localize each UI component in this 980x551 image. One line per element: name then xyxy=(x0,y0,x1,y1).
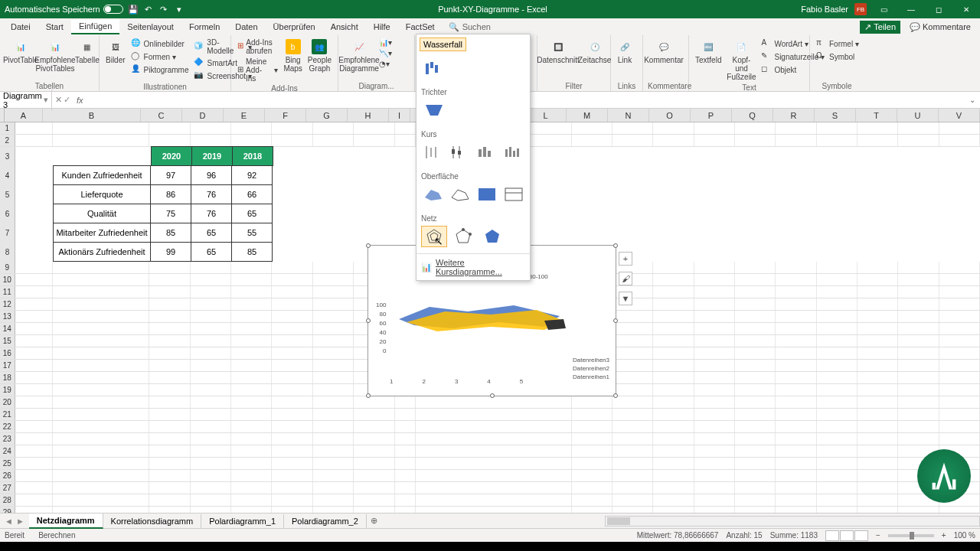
column-header[interactable]: F xyxy=(265,109,306,122)
column-header[interactable]: Q xyxy=(732,109,773,122)
column-header[interactable]: H xyxy=(348,109,389,122)
menu-factset[interactable]: FactSet xyxy=(398,20,443,34)
column-header[interactable]: T xyxy=(856,109,897,122)
row-header[interactable]: 28 xyxy=(0,494,15,506)
table-cell[interactable]: 85 xyxy=(231,242,273,262)
row-header[interactable]: 9 xyxy=(0,262,15,273)
row-header[interactable]: 20 xyxy=(0,396,15,408)
people-graph-button[interactable]: 👥People Graph xyxy=(306,37,333,74)
zoom-slider[interactable] xyxy=(888,534,934,537)
column-header[interactable]: P xyxy=(691,109,732,122)
table-header[interactable]: 2020 xyxy=(151,146,192,166)
column-header[interactable]: V xyxy=(939,109,980,122)
table-row-label[interactable]: Mitarbeiter Zufriedenheit xyxy=(53,223,151,243)
column-header[interactable]: L xyxy=(525,109,567,122)
resize-handle[interactable] xyxy=(613,318,618,323)
comments-button[interactable]: 💬 Kommentare xyxy=(905,21,975,34)
row-header[interactable]: 15 xyxy=(0,335,15,347)
chart-type-bar-icon[interactable]: 📊▾ xyxy=(377,37,394,47)
table-cell[interactable]: 96 xyxy=(191,165,232,185)
cancel-formula-icon[interactable]: ✕ xyxy=(55,95,62,105)
stock-chart-3-icon[interactable] xyxy=(475,142,498,163)
row-header[interactable]: 1 xyxy=(0,122,15,134)
timeline-button[interactable]: 🕐Zeitachse xyxy=(577,37,612,66)
symbol-button[interactable]: ΩSymbol xyxy=(815,51,861,63)
chart-type-line-icon[interactable]: 📉▾ xyxy=(377,48,394,58)
maximize-icon[interactable]: ◻ xyxy=(928,0,949,18)
sheet-tab-polar1[interactable]: Polardiagramm_1 xyxy=(201,514,284,528)
menu-datei[interactable]: Datei xyxy=(3,20,38,34)
table-cell[interactable]: 86 xyxy=(150,184,191,204)
quickaccess-more-icon[interactable]: ▾ xyxy=(174,4,185,15)
table-cell[interactable]: 75 xyxy=(150,204,191,223)
column-header[interactable]: A xyxy=(5,109,43,122)
fx-icon[interactable]: fx xyxy=(74,96,87,105)
row-header[interactable]: 29 xyxy=(0,507,15,513)
table-cell[interactable]: 97 xyxy=(150,165,191,185)
menu-start[interactable]: Start xyxy=(38,20,71,34)
table-cell[interactable]: 76 xyxy=(191,204,232,223)
surface-wireframe-icon[interactable] xyxy=(448,184,472,205)
column-header[interactable]: B xyxy=(43,109,141,122)
row-header[interactable]: 17 xyxy=(0,360,15,371)
add-sheet-button[interactable]: ⊕ xyxy=(367,516,382,526)
table-header[interactable]: 2019 xyxy=(191,146,233,166)
row-header[interactable]: 14 xyxy=(0,323,15,334)
column-header[interactable]: G xyxy=(306,109,348,122)
link-button[interactable]: 🔗Link xyxy=(616,37,634,66)
menu-daten[interactable]: Daten xyxy=(227,20,265,34)
table-button[interactable]: ▦Tabelle xyxy=(74,37,101,66)
user-name[interactable]: Fabio Basler xyxy=(801,5,848,14)
sheet-tab-korrelation[interactable]: Korrelationsdiagramm xyxy=(103,514,202,528)
row-header[interactable]: 25 xyxy=(0,458,15,469)
icons-button[interactable]: 👤Piktogramme xyxy=(129,64,191,76)
textbox-button[interactable]: 🔤Textfeld xyxy=(694,37,723,66)
menu-formeln[interactable]: Formeln xyxy=(181,20,227,34)
row-header[interactable]: 16 xyxy=(0,347,15,359)
table-row-label[interactable]: Kunden Zufriedenheit xyxy=(53,165,151,185)
row-header[interactable]: 13 xyxy=(0,311,15,322)
menu-seitenlayout[interactable]: Seitenlayout xyxy=(119,20,181,34)
menu-ansicht[interactable]: Ansicht xyxy=(323,20,366,34)
surface-3d-icon[interactable] xyxy=(421,184,445,205)
search-box[interactable]: 🔍 Suchen xyxy=(449,22,491,32)
table-cell[interactable]: 65 xyxy=(231,204,273,223)
row-header[interactable]: 22 xyxy=(0,421,15,432)
row-header[interactable]: 24 xyxy=(0,445,15,457)
menu-hilfe[interactable]: Hilfe xyxy=(366,20,398,34)
radar-filled-icon[interactable] xyxy=(479,226,505,247)
header-footer-button[interactable]: 📄Kopf- und Fußzeile xyxy=(725,37,757,83)
share-button[interactable]: ↗ Teilen xyxy=(860,21,900,34)
sheet-nav-prev-icon[interactable]: ◄ xyxy=(5,517,13,526)
chart-filter-button[interactable]: ▼ xyxy=(619,292,632,305)
row-header[interactable]: 21 xyxy=(0,409,15,420)
chart-styles-button[interactable]: 🖌 xyxy=(619,272,632,285)
expand-formula-bar-icon[interactable]: ⌄ xyxy=(969,96,975,104)
pivottable-button[interactable]: 📊PivotTable xyxy=(5,37,37,66)
menu-einfuegen[interactable]: Einfügen xyxy=(71,19,119,34)
more-stock-charts-link[interactable]: 📊Weitere Kursdiagramme... xyxy=(416,253,530,280)
column-header[interactable]: O xyxy=(649,109,691,122)
table-cell[interactable]: 66 xyxy=(231,184,273,204)
chart-elements-button[interactable]: + xyxy=(619,252,632,266)
view-pagebreak-icon[interactable] xyxy=(854,530,868,541)
stock-chart-4-icon[interactable] xyxy=(501,142,525,163)
online-pictures-button[interactable]: 🌐Onlinebilder xyxy=(129,37,191,50)
comment-button[interactable]: 💬Kommentar xyxy=(648,37,680,66)
resize-handle[interactable] xyxy=(613,243,618,248)
radar-markers-icon[interactable] xyxy=(450,226,476,247)
column-header[interactable]: U xyxy=(897,109,939,122)
table-header[interactable]: 2018 xyxy=(232,146,273,166)
row-header[interactable]: 19 xyxy=(0,384,15,396)
stock-chart-2-icon[interactable] xyxy=(448,142,472,163)
column-header[interactable]: E xyxy=(224,109,265,122)
row-header[interactable]: 23 xyxy=(0,433,15,445)
resize-handle[interactable] xyxy=(613,393,618,398)
redo-icon[interactable]: ↷ xyxy=(158,4,169,15)
stock-chart-1-icon[interactable] xyxy=(421,142,445,163)
column-header[interactable]: D xyxy=(182,109,224,122)
column-header[interactable]: I xyxy=(389,109,410,122)
funnel-chart-icon[interactable] xyxy=(421,99,447,121)
column-header[interactable]: C xyxy=(141,109,182,122)
pictures-button[interactable]: 🖼Bilder xyxy=(104,37,127,66)
